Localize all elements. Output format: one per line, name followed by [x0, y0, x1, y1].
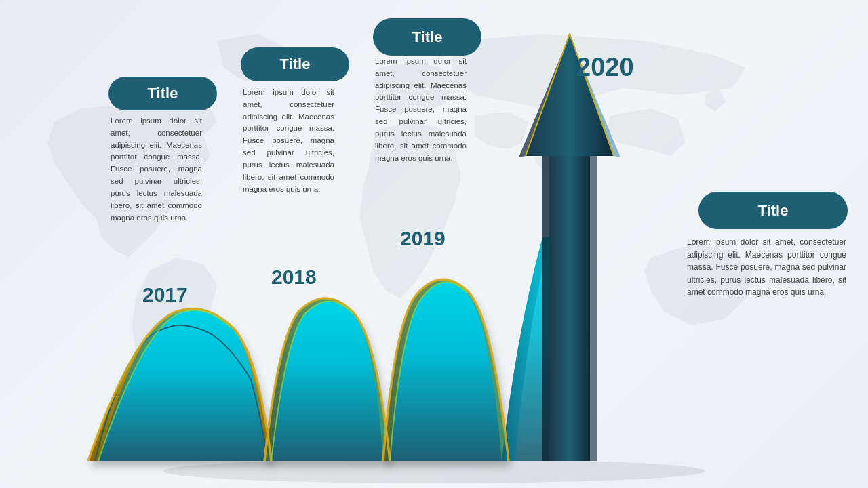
year-2018: 2018 — [271, 266, 317, 289]
text-block-2018: Lorem ipsum dolor sit amet, consectetuer… — [243, 87, 334, 195]
text-block-2020: Lorem ipsum dolor sit amet, consectetuer… — [687, 236, 846, 299]
badge-2019-label: Title — [412, 28, 443, 46]
badge-2018-label: Title — [280, 56, 311, 73]
badge-2017: Title — [108, 77, 217, 110]
badge-2017-label: Title — [148, 85, 178, 102]
slide-container: Title Title Title Title 2017 2018 2019 2… — [0, 0, 868, 488]
badge-2020-right: Title — [698, 192, 848, 229]
year-2019: 2019 — [400, 227, 446, 250]
text-block-2019: Lorem ipsum dolor sit amet, consectetuer… — [375, 56, 467, 164]
year-2020: 2020 — [576, 53, 634, 82]
badge-2019: Title — [373, 18, 481, 56]
badge-right-label: Title — [758, 202, 789, 220]
text-block-2017: Lorem ipsum dolor sit amet, consectetuer… — [111, 115, 202, 224]
svg-point-0 — [163, 459, 705, 483]
year-2017: 2017 — [142, 283, 188, 306]
badge-2018: Title — [241, 47, 349, 81]
